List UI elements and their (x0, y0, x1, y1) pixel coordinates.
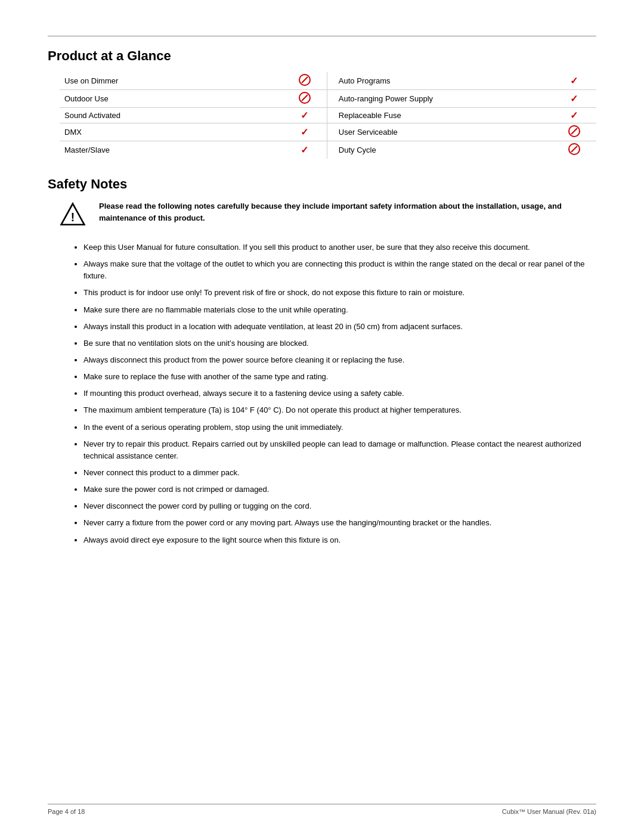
glance-table: Use on DimmerAuto Programs✓Outdoor UseAu… (60, 72, 596, 159)
list-item: Never carry a fixture from the power cor… (83, 517, 596, 529)
table-row: DMX✓User Serviceable (60, 123, 596, 141)
left-icon-cell: ✓ (282, 108, 327, 123)
right-label: Replaceable Fuse (329, 108, 552, 123)
top-rule (48, 36, 596, 36)
right-label: Auto-ranging Power Supply (329, 90, 552, 108)
footer-left: Page 4 of 18 (48, 808, 85, 815)
table-row: Master/Slave✓Duty Cycle (60, 141, 596, 159)
left-icon-cell: ✓ (282, 141, 327, 159)
list-item: Always install this product in a locatio… (83, 321, 596, 333)
list-item: If mounting this product overhead, alway… (83, 388, 596, 400)
list-item: In the event of a serious operating prob… (83, 422, 596, 433)
footer: Page 4 of 18 Cubix™ User Manual (Rev. 01… (48, 804, 596, 815)
check-icon: ✓ (570, 94, 578, 104)
safety-section: Safety Notes ! Please read the following… (48, 176, 596, 546)
right-icon-cell: ✓ (552, 90, 596, 108)
left-icon-cell (282, 90, 327, 108)
no-icon (299, 92, 311, 104)
right-label: Auto Programs (329, 72, 552, 90)
warning-icon: ! (60, 202, 89, 230)
no-icon (568, 143, 580, 155)
list-item: This product is for indoor use only! To … (83, 287, 596, 299)
check-icon: ✓ (301, 145, 308, 155)
right-icon-cell (552, 141, 596, 159)
left-label: Outdoor Use (60, 90, 282, 108)
left-label: Master/Slave (60, 141, 282, 159)
check-icon: ✓ (301, 127, 308, 137)
check-icon: ✓ (570, 110, 578, 120)
no-icon (568, 125, 580, 137)
svg-text:!: ! (71, 210, 75, 224)
right-label: User Serviceable (329, 123, 552, 141)
table-row: Use on DimmerAuto Programs✓ (60, 72, 596, 90)
right-icon-cell: ✓ (552, 72, 596, 90)
bullet-list: Keep this User Manual for future consult… (83, 241, 596, 546)
list-item: Make sure the power cord is not crimped … (83, 484, 596, 496)
left-icon-cell (282, 72, 327, 90)
table-row: Outdoor UseAuto-ranging Power Supply✓ (60, 90, 596, 108)
right-icon-cell: ✓ (552, 108, 596, 123)
right-label: Duty Cycle (329, 141, 552, 159)
list-item: Never try to repair this product. Repair… (83, 438, 596, 462)
page: Product at a Glance Use on DimmerAuto Pr… (0, 0, 644, 833)
list-item: Make sure to replace the fuse with anoth… (83, 371, 596, 383)
product-section: Product at a Glance Use on DimmerAuto Pr… (48, 48, 596, 159)
list-item: Never connect this product to a dimmer p… (83, 467, 596, 479)
table-row: Sound Activated✓Replaceable Fuse✓ (60, 108, 596, 123)
right-icon-cell (552, 123, 596, 141)
warning-text: Please read the following notes carefull… (99, 200, 596, 224)
list-item: Always disconnect this product from the … (83, 354, 596, 366)
check-icon: ✓ (570, 76, 578, 86)
list-item: Always make sure that the voltage of the… (83, 258, 596, 282)
list-item: The maximum ambient temperature (Ta) is … (83, 404, 596, 416)
safety-warning-box: ! Please read the following notes carefu… (60, 200, 596, 230)
left-label: DMX (60, 123, 282, 141)
footer-right: Cubix™ User Manual (Rev. 01a) (502, 808, 596, 815)
product-section-title: Product at a Glance (48, 48, 596, 64)
safety-section-title: Safety Notes (48, 176, 596, 192)
left-icon-cell: ✓ (282, 123, 327, 141)
no-icon (299, 74, 311, 86)
list-item: Keep this User Manual for future consult… (83, 241, 596, 253)
list-item: Never disconnect the power cord by pulli… (83, 500, 596, 512)
left-label: Sound Activated (60, 108, 282, 123)
check-icon: ✓ (301, 110, 308, 120)
left-label: Use on Dimmer (60, 72, 282, 90)
list-item: Be sure that no ventilation slots on the… (83, 337, 596, 349)
list-item: Always avoid direct eye exposure to the … (83, 534, 596, 546)
list-item: Make sure there are no flammable materia… (83, 304, 596, 316)
